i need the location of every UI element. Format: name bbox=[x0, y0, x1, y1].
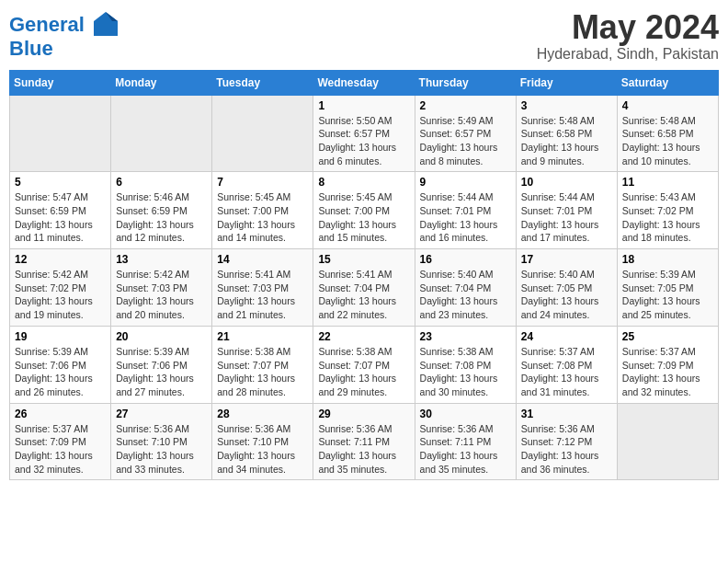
calendar-table: SundayMondayTuesdayWednesdayThursdayFrid… bbox=[9, 70, 719, 481]
weekday-header: Wednesday bbox=[313, 70, 415, 95]
svg-marker-0 bbox=[94, 12, 118, 36]
calendar-cell: 20Sunrise: 5:39 AMSunset: 7:06 PMDayligh… bbox=[111, 326, 212, 403]
calendar-cell: 21Sunrise: 5:38 AMSunset: 7:07 PMDayligh… bbox=[212, 326, 313, 403]
day-info: Sunrise: 5:37 AMSunset: 7:09 PMDaylight:… bbox=[622, 345, 713, 399]
day-number: 27 bbox=[116, 408, 207, 420]
day-info: Sunrise: 5:48 AMSunset: 6:58 PMDaylight:… bbox=[521, 114, 612, 168]
day-number: 12 bbox=[15, 253, 106, 266]
day-info: Sunrise: 5:44 AMSunset: 7:01 PMDaylight:… bbox=[420, 190, 511, 245]
calendar-cell: 11Sunrise: 5:43 AMSunset: 7:02 PMDayligh… bbox=[617, 172, 718, 249]
logo-text2: Blue bbox=[9, 38, 119, 60]
day-number: 23 bbox=[420, 330, 511, 343]
calendar-cell bbox=[111, 95, 212, 172]
day-info: Sunrise: 5:42 AMSunset: 7:03 PMDaylight:… bbox=[116, 268, 207, 322]
day-info: Sunrise: 5:50 AMSunset: 6:57 PMDaylight:… bbox=[318, 114, 409, 168]
logo-text: General bbox=[9, 14, 119, 38]
calendar-cell: 2Sunrise: 5:49 AMSunset: 6:57 PMDaylight… bbox=[415, 95, 516, 172]
weekday-header: Friday bbox=[516, 70, 617, 95]
day-number: 4 bbox=[622, 99, 713, 112]
day-info: Sunrise: 5:48 AMSunset: 6:58 PMDaylight:… bbox=[622, 114, 713, 168]
day-number: 19 bbox=[15, 330, 106, 343]
day-info: Sunrise: 5:39 AMSunset: 7:06 PMDaylight:… bbox=[116, 345, 207, 399]
day-number: 17 bbox=[521, 253, 612, 266]
calendar-cell: 26Sunrise: 5:37 AMSunset: 7:09 PMDayligh… bbox=[10, 403, 111, 480]
calendar-cell: 19Sunrise: 5:39 AMSunset: 7:06 PMDayligh… bbox=[10, 326, 111, 403]
day-number: 8 bbox=[318, 176, 409, 189]
calendar-cell: 18Sunrise: 5:39 AMSunset: 7:05 PMDayligh… bbox=[617, 249, 718, 327]
day-number: 20 bbox=[116, 330, 207, 343]
day-number: 11 bbox=[622, 176, 713, 189]
calendar-cell: 9Sunrise: 5:44 AMSunset: 7:01 PMDaylight… bbox=[415, 172, 516, 249]
day-info: Sunrise: 5:40 AMSunset: 7:04 PMDaylight:… bbox=[420, 268, 511, 322]
location: Hyderabad, Sindh, Pakistan bbox=[537, 46, 719, 63]
calendar-cell bbox=[212, 95, 313, 172]
calendar-cell: 30Sunrise: 5:36 AMSunset: 7:11 PMDayligh… bbox=[415, 403, 516, 480]
day-number: 18 bbox=[622, 253, 713, 266]
calendar-week-row: 1Sunrise: 5:50 AMSunset: 6:57 PMDaylight… bbox=[10, 95, 719, 172]
day-number: 31 bbox=[521, 408, 612, 420]
day-info: Sunrise: 5:39 AMSunset: 7:05 PMDaylight:… bbox=[622, 268, 713, 322]
day-info: Sunrise: 5:41 AMSunset: 7:04 PMDaylight:… bbox=[318, 268, 409, 322]
day-info: Sunrise: 5:38 AMSunset: 7:08 PMDaylight:… bbox=[420, 345, 511, 399]
weekday-header: Monday bbox=[111, 70, 212, 95]
day-info: Sunrise: 5:38 AMSunset: 7:07 PMDaylight:… bbox=[217, 345, 308, 399]
day-number: 2 bbox=[420, 99, 511, 112]
weekday-header: Tuesday bbox=[212, 70, 313, 95]
calendar-week-row: 26Sunrise: 5:37 AMSunset: 7:09 PMDayligh… bbox=[10, 403, 719, 480]
day-info: Sunrise: 5:39 AMSunset: 7:06 PMDaylight:… bbox=[15, 345, 106, 399]
calendar-cell: 5Sunrise: 5:47 AMSunset: 6:59 PMDaylight… bbox=[10, 172, 111, 249]
day-number: 26 bbox=[15, 408, 106, 420]
calendar-cell: 14Sunrise: 5:41 AMSunset: 7:03 PMDayligh… bbox=[212, 249, 313, 327]
day-number: 22 bbox=[318, 330, 409, 343]
day-number: 1 bbox=[318, 99, 409, 112]
calendar-cell: 6Sunrise: 5:46 AMSunset: 6:59 PMDaylight… bbox=[111, 172, 212, 249]
calendar-cell: 17Sunrise: 5:40 AMSunset: 7:05 PMDayligh… bbox=[516, 249, 617, 327]
day-info: Sunrise: 5:36 AMSunset: 7:12 PMDaylight:… bbox=[521, 422, 612, 477]
calendar-cell: 16Sunrise: 5:40 AMSunset: 7:04 PMDayligh… bbox=[415, 249, 516, 327]
day-number: 5 bbox=[15, 176, 106, 189]
day-info: Sunrise: 5:49 AMSunset: 6:57 PMDaylight:… bbox=[420, 114, 511, 168]
calendar-cell: 29Sunrise: 5:36 AMSunset: 7:11 PMDayligh… bbox=[313, 403, 415, 480]
day-number: 9 bbox=[420, 176, 511, 189]
day-number: 15 bbox=[318, 253, 409, 266]
day-number: 29 bbox=[318, 408, 409, 420]
calendar-cell: 15Sunrise: 5:41 AMSunset: 7:04 PMDayligh… bbox=[313, 249, 415, 327]
day-number: 14 bbox=[217, 253, 308, 266]
page-header: General Blue May 2024 Hyderabad, Sindh, … bbox=[9, 9, 719, 63]
calendar-cell bbox=[617, 403, 718, 480]
weekday-header: Sunday bbox=[10, 70, 111, 95]
day-number: 25 bbox=[622, 330, 713, 343]
day-number: 28 bbox=[217, 408, 308, 420]
day-number: 16 bbox=[420, 253, 511, 266]
day-info: Sunrise: 5:37 AMSunset: 7:09 PMDaylight:… bbox=[15, 422, 106, 477]
day-info: Sunrise: 5:42 AMSunset: 7:02 PMDaylight:… bbox=[15, 268, 106, 322]
weekday-header: Saturday bbox=[617, 70, 718, 95]
calendar-week-row: 19Sunrise: 5:39 AMSunset: 7:06 PMDayligh… bbox=[10, 326, 719, 403]
calendar-cell: 1Sunrise: 5:50 AMSunset: 6:57 PMDaylight… bbox=[313, 95, 415, 172]
day-info: Sunrise: 5:45 AMSunset: 7:00 PMDaylight:… bbox=[318, 190, 409, 245]
calendar-cell: 27Sunrise: 5:36 AMSunset: 7:10 PMDayligh… bbox=[111, 403, 212, 480]
day-info: Sunrise: 5:46 AMSunset: 6:59 PMDaylight:… bbox=[116, 190, 207, 245]
calendar-cell: 13Sunrise: 5:42 AMSunset: 7:03 PMDayligh… bbox=[111, 249, 212, 327]
calendar-cell: 7Sunrise: 5:45 AMSunset: 7:00 PMDaylight… bbox=[212, 172, 313, 249]
day-number: 3 bbox=[521, 99, 612, 112]
calendar-cell: 22Sunrise: 5:38 AMSunset: 7:07 PMDayligh… bbox=[313, 326, 415, 403]
calendar-cell: 10Sunrise: 5:44 AMSunset: 7:01 PMDayligh… bbox=[516, 172, 617, 249]
calendar-cell: 28Sunrise: 5:36 AMSunset: 7:10 PMDayligh… bbox=[212, 403, 313, 480]
day-info: Sunrise: 5:45 AMSunset: 7:00 PMDaylight:… bbox=[217, 190, 308, 245]
weekday-header-row: SundayMondayTuesdayWednesdayThursdayFrid… bbox=[10, 70, 719, 95]
day-info: Sunrise: 5:37 AMSunset: 7:08 PMDaylight:… bbox=[521, 345, 612, 399]
calendar-cell: 31Sunrise: 5:36 AMSunset: 7:12 PMDayligh… bbox=[516, 403, 617, 480]
title-block: May 2024 Hyderabad, Sindh, Pakistan bbox=[537, 9, 719, 63]
day-number: 24 bbox=[521, 330, 612, 343]
day-number: 21 bbox=[217, 330, 308, 343]
day-info: Sunrise: 5:36 AMSunset: 7:11 PMDaylight:… bbox=[318, 422, 409, 477]
day-number: 30 bbox=[420, 408, 511, 420]
calendar-cell bbox=[10, 95, 111, 172]
day-info: Sunrise: 5:38 AMSunset: 7:07 PMDaylight:… bbox=[318, 345, 409, 399]
calendar-cell: 12Sunrise: 5:42 AMSunset: 7:02 PMDayligh… bbox=[10, 249, 111, 327]
calendar-week-row: 5Sunrise: 5:47 AMSunset: 6:59 PMDaylight… bbox=[10, 172, 719, 249]
calendar-cell: 23Sunrise: 5:38 AMSunset: 7:08 PMDayligh… bbox=[415, 326, 516, 403]
logo: General Blue bbox=[9, 14, 119, 60]
day-info: Sunrise: 5:36 AMSunset: 7:10 PMDaylight:… bbox=[116, 422, 207, 477]
